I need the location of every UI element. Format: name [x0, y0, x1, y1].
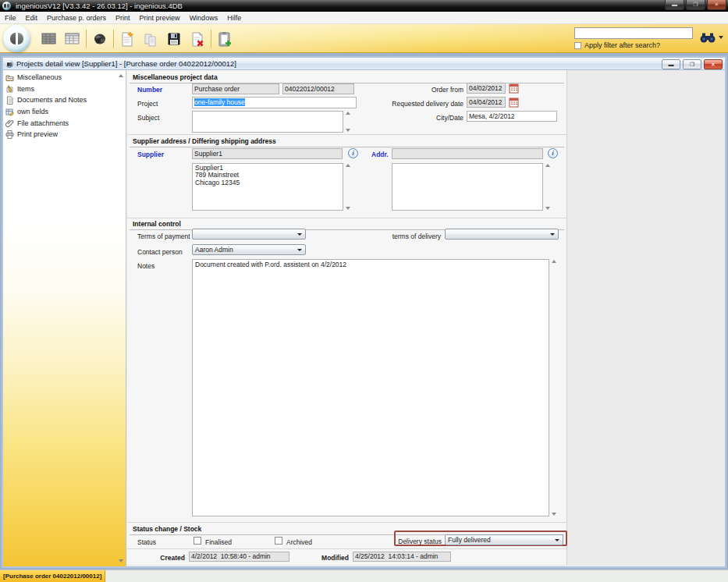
- menu-hilfe[interactable]: Hilfe: [222, 12, 246, 24]
- add-to-clipboard-button[interactable]: [213, 29, 236, 49]
- grid-view-button[interactable]: [61, 29, 84, 49]
- child-maximize-button[interactable]: ❐: [683, 59, 701, 69]
- addr-label: Addr.: [371, 151, 389, 158]
- terms-payment-dropdown[interactable]: [192, 229, 306, 240]
- section-misc-header: Miscellaneous project data: [133, 73, 218, 81]
- status-label: Status: [137, 538, 156, 546]
- clipboard-add-icon: [216, 30, 233, 48]
- search-button[interactable]: [699, 31, 723, 44]
- supplier-field[interactable]: Supplier1: [192, 148, 343, 159]
- new-record-button[interactable]: [115, 29, 139, 49]
- sidebar-item-documents[interactable]: Documents and Notes: [3, 94, 117, 106]
- selected-text: one-family house: [194, 98, 245, 106]
- number-value-field[interactable]: 04022012/00012: [282, 83, 354, 94]
- number-type-field[interactable]: Purchase order: [192, 83, 279, 94]
- document-icon: [5, 96, 14, 105]
- archived-label: Archived: [286, 538, 312, 546]
- menu-print-preview[interactable]: Print preview: [135, 12, 185, 24]
- toolbar: Apply filter after search?: [0, 24, 728, 53]
- sidebar-divider: [126, 70, 126, 566]
- calendar-icon[interactable]: [509, 98, 519, 108]
- sidebar-item-file-attachments[interactable]: File attachments: [3, 117, 117, 129]
- requested-delivery-field[interactable]: 04/04/2012: [467, 97, 506, 108]
- project-field[interactable]: one-family house: [192, 97, 357, 108]
- duplicate-record-button[interactable]: [139, 29, 162, 49]
- maximize-button[interactable]: ❐: [686, 0, 705, 10]
- delete-record-button[interactable]: [186, 29, 209, 49]
- calendar-icon[interactable]: [509, 83, 519, 94]
- order-from-label: Order from: [431, 86, 463, 94]
- toolbar-separator: [86, 30, 87, 48]
- section-status-header: Status change / Stock: [133, 525, 201, 533]
- sidebar-item-print-preview[interactable]: Print preview: [3, 129, 117, 140]
- form-panel: Miscellaneous project data Number Purcha…: [127, 70, 567, 565]
- child-close-button[interactable]: ✕: [704, 59, 723, 69]
- table-dark-icon: [41, 30, 58, 48]
- detail-window-icon: [5, 60, 13, 68]
- subject-scrollbar[interactable]: [345, 111, 353, 133]
- app-title: ingeniousV12 [V3.3.42 - 26.03.12] - inge…: [16, 2, 183, 10]
- close-button[interactable]: ✕: [707, 0, 726, 10]
- subject-field[interactable]: [192, 111, 343, 133]
- sidebar-item-own-fields[interactable]: own fields: [3, 106, 117, 118]
- paperclip-icon: [5, 119, 14, 127]
- search-input[interactable]: [574, 27, 693, 39]
- delivery-status-dropdown[interactable]: Fully delivered: [445, 534, 563, 545]
- notes-field[interactable]: Document created with P.ord. assistent o…: [192, 259, 549, 516]
- apply-filter-checkbox[interactable]: [574, 42, 581, 49]
- delivery-status-label: Delivery status: [398, 538, 442, 545]
- printer-icon: [5, 130, 14, 139]
- city-date-label: City/Date: [436, 114, 463, 122]
- detail-window-title: Projects detail view [Supplier1] - [Purc…: [16, 59, 236, 68]
- child-minimize-button[interactable]: ▬: [662, 59, 680, 69]
- sidebar-item-miscellaneous[interactable]: Miscellaneous: [3, 72, 117, 83]
- sidebar: Miscellaneous Items Documents and Notes: [3, 70, 117, 566]
- terms-delivery-label: terms of delivery: [392, 232, 441, 240]
- notes-scrollbar[interactable]: [551, 259, 559, 516]
- order-from-field[interactable]: 04/02/2012: [467, 83, 506, 94]
- app-logo-icon: [2, 2, 11, 10]
- terms-delivery-dropdown[interactable]: [445, 229, 559, 240]
- city-date-field[interactable]: Mesa, 4/2/2012: [467, 111, 557, 122]
- sidebar-item-items[interactable]: Items: [3, 83, 117, 95]
- shipping-address-scrollbar[interactable]: [545, 163, 552, 211]
- lookup-button[interactable]: [88, 29, 112, 49]
- table-pencil-icon: [5, 108, 14, 116]
- supplier-info-icon[interactable]: [348, 148, 358, 158]
- subject-label: Subject: [137, 114, 159, 122]
- modified-label: Modified: [321, 554, 349, 562]
- supplier-address-scrollbar[interactable]: [345, 163, 353, 211]
- sidebar-scrollbar[interactable]: [117, 70, 126, 566]
- shipping-address-field[interactable]: [392, 163, 543, 211]
- table-light-icon: [64, 30, 81, 48]
- menu-purchase-orders[interactable]: Purchase p. orders: [42, 12, 111, 24]
- pencil-page-icon: [5, 84, 14, 93]
- scroll-down-icon[interactable]: [119, 559, 123, 562]
- minimize-button[interactable]: ▬: [665, 0, 684, 10]
- archived-checkbox[interactable]: [275, 537, 282, 545]
- scroll-up-icon[interactable]: [119, 74, 123, 77]
- ingenious-logo-icon: [3, 25, 30, 52]
- finalised-label: Finalised: [205, 538, 232, 546]
- notes-label: Notes: [137, 262, 154, 270]
- save-icon: [165, 30, 183, 48]
- app-titlebar: ingeniousV12 [V3.3.42 - 26.03.12] - inge…: [0, 0, 728, 12]
- copy-icon: [142, 30, 159, 48]
- menu-windows[interactable]: Windows: [185, 12, 223, 24]
- section-internal-header: Internal control: [133, 220, 181, 228]
- save-record-button[interactable]: [162, 29, 186, 49]
- menu-edit[interactable]: Edit: [21, 12, 43, 24]
- menu-file[interactable]: File: [0, 12, 21, 24]
- addr-info-icon[interactable]: [548, 148, 558, 158]
- supplier-address-field[interactable]: Supplier1 789 Mainstreet Chicago 12345: [192, 163, 343, 211]
- addr-field[interactable]: [392, 148, 543, 159]
- contact-person-dropdown[interactable]: Aaron Admin: [192, 244, 306, 255]
- menu-print[interactable]: Print: [111, 12, 135, 24]
- project-label: Project: [137, 100, 158, 108]
- list-view-button[interactable]: [37, 29, 61, 49]
- detail-window-titlebar: Projects detail view [Supplier1] - [Purc…: [3, 58, 725, 70]
- search-dropdown-caret[interactable]: [719, 36, 723, 39]
- finalised-checkbox[interactable]: [194, 537, 201, 545]
- toolbar-separator: [113, 30, 114, 48]
- statusbar-record-tab[interactable]: [Purchase order 04022012/00012]: [0, 570, 105, 582]
